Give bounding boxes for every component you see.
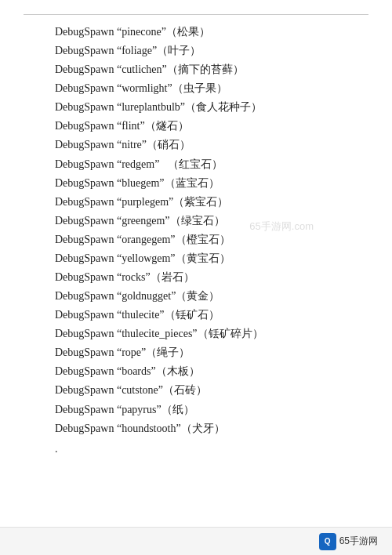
content-area: DebugSpawn “pinecone”（松果）DebugSpawn “fol…: [0, 23, 392, 438]
list-item: DebugSpawn “flint”（燧石）: [55, 117, 337, 136]
list-item: DebugSpawn “boards”（木板）: [55, 362, 337, 381]
list-item: DebugSpawn “rocks”（岩石）: [55, 268, 337, 287]
list-item: DebugSpawn “redgem” （红宝石）: [55, 155, 337, 174]
bottom-bar: Q 65手游网: [0, 527, 392, 555]
dot-marker: .: [0, 443, 392, 455]
list-item: DebugSpawn “papyrus”（纸）: [55, 401, 337, 419]
list-item: DebugSpawn “thulecite_pieces”（铥矿碎片）: [55, 325, 337, 343]
list-item: DebugSpawn “nitre”（硝石）: [55, 136, 337, 154]
list-item: DebugSpawn “purplegem”（紫宝石）: [55, 193, 337, 212]
list-item: DebugSpawn “wormlight”（虫子果）: [55, 79, 337, 98]
list-item: DebugSpawn “rope”（绳子）: [55, 343, 337, 362]
logo-icon: Q: [319, 533, 336, 550]
list-item: DebugSpawn “foliage”（叶子）: [55, 42, 337, 60]
list-item: DebugSpawn “houndstooth”（犬牙）: [55, 419, 337, 438]
list-item: DebugSpawn “cutlichen”（摘下的苔藓）: [55, 60, 337, 79]
list-item: DebugSpawn “greengem”（绿宝石）: [55, 212, 337, 230]
logo-text: 65手游网: [339, 535, 378, 548]
list-item: DebugSpawn “cutstone”（石砖）: [55, 381, 337, 400]
top-divider: [24, 14, 368, 15]
list-item: DebugSpawn “goldnugget”（黄金）: [55, 287, 337, 306]
list-item: DebugSpawn “thulecite”（铥矿石）: [55, 306, 337, 325]
list-item: DebugSpawn “lureplantbulb”（食人花种子）: [55, 98, 337, 117]
list-item: DebugSpawn “yellowgem”（黄宝石）: [55, 249, 337, 268]
logo-area: Q 65手游网: [319, 533, 378, 550]
list-item: DebugSpawn “orangegem”（橙宝石）: [55, 230, 337, 249]
list-item: DebugSpawn “pinecone”（松果）: [55, 23, 337, 42]
list-item: DebugSpawn “bluegem”（蓝宝石）: [55, 174, 337, 193]
